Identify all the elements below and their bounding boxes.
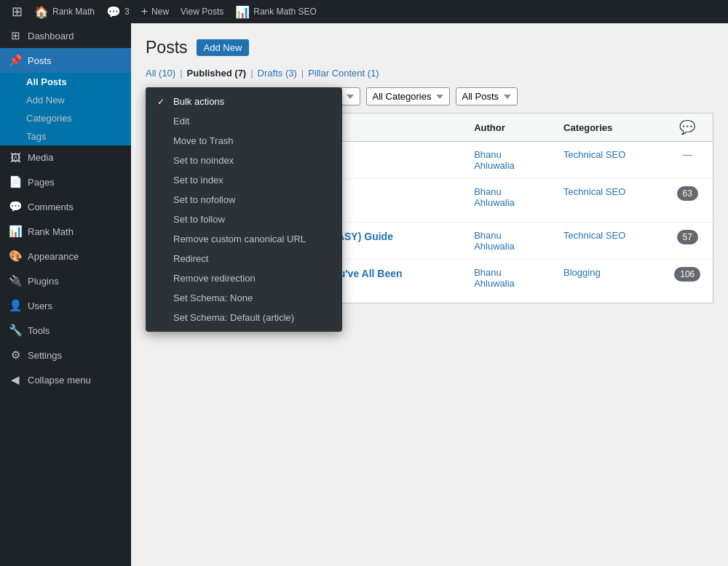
comments-column-header: 💬: [662, 113, 713, 142]
dropdown-item-set-nofollow[interactable]: Set to nofollow: [146, 190, 342, 210]
bulk-actions-container: Bulk actions ▼ ✓ Bulk actions Edit: [146, 87, 248, 105]
post-author-cell: BhanuAhluwalia: [465, 142, 555, 179]
dropdown-item-schema-default[interactable]: Set Schema: Default (article): [146, 308, 342, 327]
dropdown-item-set-follow[interactable]: Set to follow: [146, 210, 342, 229]
page-title: Posts: [146, 38, 188, 57]
comment-count-badge[interactable]: 63: [677, 186, 698, 201]
content-area: Posts Add New All (10) | Published (7) |…: [131, 23, 728, 566]
category-link[interactable]: Blogging: [563, 267, 601, 278]
media-icon: 🖼: [9, 151, 22, 164]
dropdown-item-set-noindex[interactable]: Set to noindex: [146, 151, 342, 170]
dropdown-item-move-trash[interactable]: Move to Trash: [146, 131, 342, 151]
sidebar-item-tools[interactable]: 🔧 Tools: [0, 318, 131, 343]
sidebar-item-comments[interactable]: 💬 Comments: [0, 194, 131, 219]
sidebar-item-appearance[interactable]: 🎨 Appearance: [0, 244, 131, 268]
post-author-cell: BhanuAhluwalia: [465, 179, 555, 223]
dropdown-item-remove-canonical[interactable]: Remove custom canonical URL: [146, 229, 342, 249]
post-author-cell: BhanuAhluwalia: [465, 223, 555, 260]
dropdown-item-set-index[interactable]: Set to index: [146, 170, 342, 190]
plugins-icon: 🔌: [9, 274, 22, 287]
sidebar-subitem-add-new[interactable]: Add New: [26, 91, 131, 109]
post-category-cell: Technical SEO: [555, 223, 662, 260]
sidebar-subitem-categories[interactable]: Categories: [26, 109, 131, 127]
tab-all[interactable]: All (10): [146, 66, 175, 80]
admin-bar: ⊞ 🏠 Rank Math 💬 3 + New View Posts 📊 Ran…: [0, 0, 728, 23]
author-column-header: Author: [465, 113, 555, 142]
comments-icon: 💬: [106, 5, 121, 19]
comments-sidebar-icon: 💬: [9, 200, 22, 213]
rank-math-icon: 📊: [235, 5, 250, 19]
dashboard-icon: ⊞: [9, 29, 22, 42]
tab-drafts[interactable]: Drafts (3): [258, 66, 297, 80]
post-author-cell: BhanuAhluwalia: [465, 260, 555, 303]
site-name-link[interactable]: 🏠 Rank Math: [28, 0, 100, 23]
sidebar-item-collapse[interactable]: ◀ Collapse menu: [0, 367, 131, 392]
sidebar-item-settings[interactable]: ⚙ Settings: [0, 343, 131, 367]
new-content-link[interactable]: + New: [135, 0, 175, 23]
post-comments-cell: 106: [662, 260, 713, 303]
comment-count-badge[interactable]: 106: [674, 267, 700, 282]
categories-column-header: Categories: [555, 113, 662, 142]
sidebar-item-plugins[interactable]: 🔌 Plugins: [0, 268, 131, 293]
appearance-icon: 🎨: [9, 250, 22, 263]
collapse-icon: ◀: [9, 373, 22, 386]
comments-link[interactable]: 💬 3: [100, 0, 135, 23]
sidebar-item-dashboard[interactable]: ⊞ Dashboard: [0, 23, 131, 48]
pages-icon: 📄: [9, 175, 22, 188]
home-icon: 🏠: [34, 5, 49, 19]
author-link[interactable]: BhanuAhluwalia: [474, 267, 515, 289]
rank-math-seo-link[interactable]: 📊 Rank Math SEO: [229, 0, 323, 23]
comments-header-icon: 💬: [679, 119, 695, 135]
table-controls: Bulk actions ▼ ✓ Bulk actions Edit: [146, 87, 713, 105]
post-comments-cell: 63: [662, 179, 713, 223]
sidebar: ⊞ Dashboard 📌 Posts All Posts Add New Ca…: [0, 23, 131, 566]
settings-icon: ⚙: [9, 348, 22, 362]
post-category-cell: Technical SEO: [555, 179, 662, 223]
dropdown-item-edit[interactable]: Edit: [146, 111, 342, 131]
rank-math-sidebar-icon: 📊: [9, 225, 22, 238]
sidebar-subitem-all-posts[interactable]: All Posts: [26, 73, 131, 91]
author-link[interactable]: BhanuAhluwalia: [474, 149, 515, 171]
category-link[interactable]: Technical SEO: [563, 230, 625, 241]
sidebar-item-pages[interactable]: 📄 Pages: [0, 170, 131, 194]
comment-count-badge[interactable]: 57: [677, 230, 698, 244]
category-link[interactable]: Technical SEO: [563, 186, 625, 197]
users-icon: 👤: [9, 299, 22, 312]
sidebar-item-media[interactable]: 🖼 Media: [0, 146, 131, 170]
sidebar-subitem-tags[interactable]: Tags: [26, 127, 131, 146]
add-new-button[interactable]: Add New: [197, 39, 250, 56]
plus-icon: +: [141, 5, 148, 18]
sidebar-item-rank-math[interactable]: 📊 Rank Math: [0, 219, 131, 244]
dropdown-item-schema-none[interactable]: Set Schema: None: [146, 288, 342, 308]
tab-bar: All (10) | Published (7) | Drafts (3) | …: [146, 66, 713, 80]
category-link[interactable]: Technical SEO: [563, 149, 625, 160]
author-link[interactable]: BhanuAhluwalia: [474, 186, 515, 208]
author-link[interactable]: BhanuAhluwalia: [474, 230, 515, 252]
check-icon: ✓: [157, 97, 167, 107]
post-category-cell: Blogging: [555, 260, 662, 303]
post-comments-cell: 57: [662, 223, 713, 260]
sidebar-item-users[interactable]: 👤 Users: [0, 293, 131, 318]
wp-logo[interactable]: ⊞: [6, 0, 28, 23]
sidebar-item-posts[interactable]: 📌 Posts: [0, 48, 131, 73]
no-comments-dash: —: [683, 149, 692, 160]
dropdown-item-redirect[interactable]: Redirect: [146, 249, 342, 268]
categories-filter[interactable]: All Categories: [366, 87, 450, 105]
page-header: Posts Add New: [146, 38, 713, 57]
posts-icon: 📌: [9, 54, 22, 67]
post-comments-cell: —: [662, 142, 713, 179]
tab-pillar-content[interactable]: Pillar Content (1): [308, 66, 379, 80]
post-category-cell: Technical SEO: [555, 142, 662, 179]
tab-published[interactable]: Published (7): [187, 66, 247, 80]
bulk-actions-dropdown: ✓ Bulk actions Edit Move to Trash Set to…: [146, 87, 342, 332]
tools-icon: 🔧: [9, 324, 22, 337]
dropdown-item-remove-redirection[interactable]: Remove redirection: [146, 268, 342, 288]
dropdown-item-bulk-actions[interactable]: ✓ Bulk actions: [146, 92, 342, 111]
view-posts-link[interactable]: View Posts: [175, 0, 229, 23]
posts-filter[interactable]: All Posts: [456, 87, 518, 105]
